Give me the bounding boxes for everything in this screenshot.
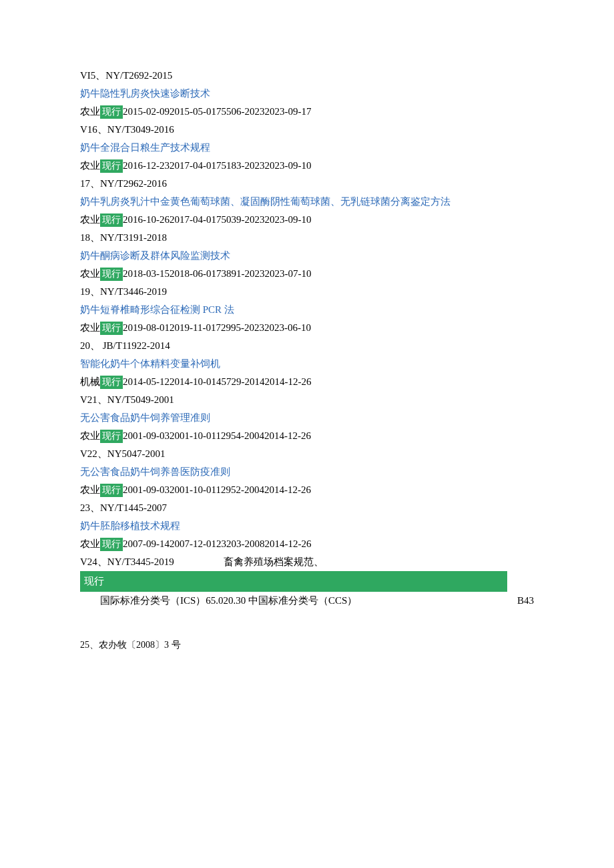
entry-code-line: 19、NY/T3446-2019 — [80, 283, 534, 301]
entry-24-extra: 畜禽养殖场档案规范、 — [224, 553, 324, 571]
entry-info-line: 农业现行2015-02-092015-05-0175506-20232023-0… — [80, 103, 534, 121]
entry-code-line: V16、NY/T3049-2016 — [80, 121, 534, 139]
entry-info-line: 农业现行2016-10-262017-04-0175039-20232023-0… — [80, 211, 534, 229]
entry-dept: 农业 — [80, 160, 100, 171]
entry-info-line: 农业现行2018-03-152018-06-0173891-20232023-0… — [80, 265, 534, 283]
entry-info-line: 农业现行2001-09-032001-10-0112952-20042014-1… — [80, 481, 534, 499]
entry-prefix: V24、 — [80, 556, 107, 567]
entry-dept: 机械 — [80, 376, 100, 387]
entry-code-line: 18、NY/T3191-2018 — [80, 229, 534, 247]
entry-info: 2014-05-122014-10-0145729-20142014-12-26 — [123, 376, 311, 387]
entry-info-line: 机械现行2014-05-122014-10-0145729-20142014-1… — [80, 373, 534, 391]
entry-dept: 农业 — [80, 430, 100, 441]
ics-row: 国际标准分类号（ICS）65.020.30 中国标准分类号（CCS） B43 — [80, 592, 534, 610]
entry-code-line: VI5、NY/T2692-2015 — [80, 67, 534, 85]
entry-title[interactable]: 智能化奶牛个体精料变量补饲机 — [80, 355, 534, 373]
entry-title[interactable]: 奶牛短脊椎畸形综合征检测 PCR 法 — [80, 301, 534, 319]
entry-code-line: 23、NY/T1445-2007 — [80, 499, 534, 517]
status-badge: 现行 — [100, 322, 123, 335]
entry-info-line: 农业现行2001-09-032001-10-0112954-20042014-1… — [80, 427, 534, 445]
standard-list: VI5、NY/T2692-2015奶牛隐性乳房炎快速诊断技术农业现行2015-0… — [80, 67, 534, 553]
entry-info-line: 农业现行2016-12-232017-04-0175183-20232023-0… — [80, 157, 534, 175]
entry-info: 2018-03-152018-06-0173891-20232023-07-10 — [123, 268, 311, 279]
entry-info: 2016-12-232017-04-0175183-20232023-09-10 — [123, 160, 311, 171]
status-badge: 现行 — [100, 376, 123, 389]
entry-code-line: V22、NY5047-2001 — [80, 445, 534, 463]
ics-label: 国际标准分类号（ICS）65.020.30 中国标准分类号（CCS） — [100, 592, 357, 610]
status-badge: 现行 — [100, 213, 123, 227]
status-badge: 现行 — [100, 430, 123, 443]
entry-code-line: 17、NY/T2962-2016 — [80, 175, 534, 193]
entry-info: 2007-09-142007-12-0123203-20082014-12-26 — [123, 538, 311, 549]
entry-info: 2016-10-262017-04-0175039-20232023-09-10 — [123, 214, 311, 225]
entry-title[interactable]: 奶牛酮病诊断及群体风险监测技术 — [80, 247, 534, 265]
entry-dept: 农业 — [80, 484, 100, 495]
entry-title[interactable]: 奶牛胚胎移植技术规程 — [80, 517, 534, 535]
entry-info: 2019-08-012019-11-0172995-20232023-06-10 — [123, 322, 311, 333]
entry-info: 2001-09-032001-10-0112954-20042014-12-26 — [123, 430, 311, 441]
status-badge: 现行 — [100, 105, 123, 119]
entry-title[interactable]: 无公害食品奶牛饲养兽医防疫准则 — [80, 463, 534, 481]
entry-code-line: 20、 JB/T11922-2014 — [80, 337, 534, 355]
entry-info: 2015-02-092015-05-0175506-20232023-09-17 — [123, 106, 311, 117]
entry-dept: 农业 — [80, 214, 100, 225]
ccs-code: B43 — [517, 592, 534, 610]
footnote: 25、农办牧〔2008〕3 号 — [80, 636, 534, 653]
status-badge-text: 现行 — [84, 576, 104, 586]
entry-24-code-row: V24、NY/T3445-2019 畜禽养殖场档案规范、 — [80, 553, 534, 571]
status-bar: 现行 — [80, 571, 507, 592]
entry-dept: 农业 — [80, 268, 100, 279]
entry-title[interactable]: 奶牛隐性乳房炎快速诊断技术 — [80, 85, 534, 103]
status-badge: 现行 — [100, 484, 123, 497]
entry-code-line: V21、NY/T5049-2001 — [80, 391, 534, 409]
entry-title[interactable]: 奶牛乳房炎乳汁中金黄色葡萄球菌、凝固酶阴性葡萄球菌、无乳链球菌分离鉴定方法 — [80, 193, 534, 211]
entry-title[interactable]: 奶牛全混合日粮生产技术规程 — [80, 139, 534, 157]
entry-info-line: 农业现行2019-08-012019-11-0172995-20232023-0… — [80, 319, 534, 337]
entry-dept: 农业 — [80, 322, 100, 333]
status-badge: 现行 — [100, 538, 123, 551]
status-badge: 现行 — [100, 159, 123, 173]
entry-code: NY/T3445-2019 — [107, 556, 174, 567]
entry-info-line: 农业现行2007-09-142007-12-0123203-20082014-1… — [80, 535, 534, 553]
entry-dept: 农业 — [80, 106, 100, 117]
entry-title[interactable]: 无公害食品奶牛饲养管理准则 — [80, 409, 534, 427]
status-badge: 现行 — [100, 268, 123, 281]
entry-info: 2001-09-032001-10-0112952-20042014-12-26 — [123, 484, 311, 495]
entry-dept: 农业 — [80, 538, 100, 549]
